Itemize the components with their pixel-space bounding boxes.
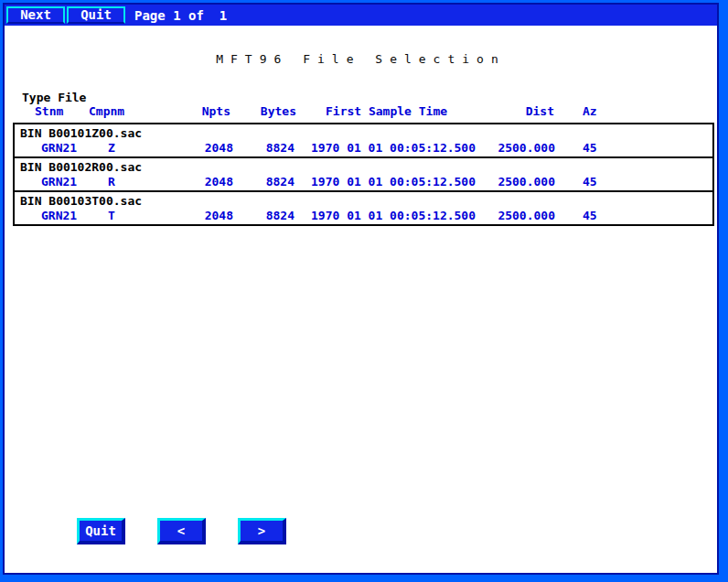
column-header-az: Az	[583, 104, 597, 118]
first-sample-time-value: 1970 01 01 00:05:12.500	[311, 209, 476, 222]
bytes-value: 8824	[237, 209, 294, 222]
az-value: 45	[583, 141, 597, 155]
first-sample-time-value: 1970 01 01 00:05:12.500	[311, 175, 476, 189]
file-row[interactable]: BIN B00101Z00.sac GRN21 Z 2048 8824 1970…	[13, 123, 714, 158]
top-bar: Next Quit Page 1 of 1	[5, 5, 717, 26]
next-button[interactable]: Next	[6, 6, 65, 24]
file-name: BIN B00101Z00.sac	[20, 126, 142, 140]
column-header-bytes: Bytes	[239, 104, 296, 118]
table-group-header: Type File	[22, 91, 86, 104]
bytes-value: 8824	[237, 175, 294, 189]
first-sample-time-value: 1970 01 01 00:05:12.500	[311, 141, 476, 155]
dist-value: 2500.000	[495, 209, 555, 222]
column-header-stnm: Stnm	[35, 104, 63, 118]
dist-value: 2500.000	[495, 141, 555, 155]
file-name: BIN B00103T00.sac	[20, 194, 142, 208]
chevron-right-icon: >	[258, 523, 265, 538]
file-name: BIN B00102R00.sac	[20, 160, 142, 174]
file-row[interactable]: BIN B00102R00.sac GRN21 R 2048 8824 1970…	[13, 156, 714, 192]
az-value: 45	[583, 175, 597, 189]
file-row[interactable]: BIN B00103T00.sac GRN21 T 2048 8824 1970…	[13, 190, 714, 226]
window-frame: Next Quit Page 1 of 1 MFT96 File Selecti…	[3, 3, 719, 575]
npts-value: 2048	[164, 141, 233, 155]
next-page-button[interactable]: >	[238, 518, 286, 544]
bytes-value: 8824	[237, 141, 294, 155]
cmpnm-value: T	[108, 209, 115, 222]
page-title: MFT96 File Selection	[5, 52, 717, 66]
prev-page-button[interactable]: <	[157, 518, 206, 544]
stnm-value: GRN21	[41, 141, 77, 155]
page-indicator: Page 1 of 1	[134, 8, 227, 23]
quit-button[interactable]: Quit	[77, 518, 125, 544]
cmpnm-value: Z	[108, 141, 115, 155]
npts-value: 2048	[164, 209, 233, 222]
column-header-dist: Dist	[494, 104, 554, 118]
column-header-cmpnm: Cmpnm	[89, 104, 124, 118]
column-header-npts: Npts	[161, 104, 230, 118]
quit-button-top[interactable]: Quit	[67, 6, 125, 24]
file-list: BIN B00101Z00.sac GRN21 Z 2048 8824 1970…	[13, 123, 714, 226]
stnm-value: GRN21	[41, 209, 77, 222]
npts-value: 2048	[164, 175, 233, 189]
az-value: 45	[583, 209, 597, 222]
cmpnm-value: R	[108, 175, 115, 189]
chevron-left-icon: <	[177, 523, 185, 538]
dist-value: 2500.000	[495, 175, 555, 189]
column-header-first-sample-time: First Sample Time	[326, 104, 447, 118]
stnm-value: GRN21	[41, 175, 77, 189]
